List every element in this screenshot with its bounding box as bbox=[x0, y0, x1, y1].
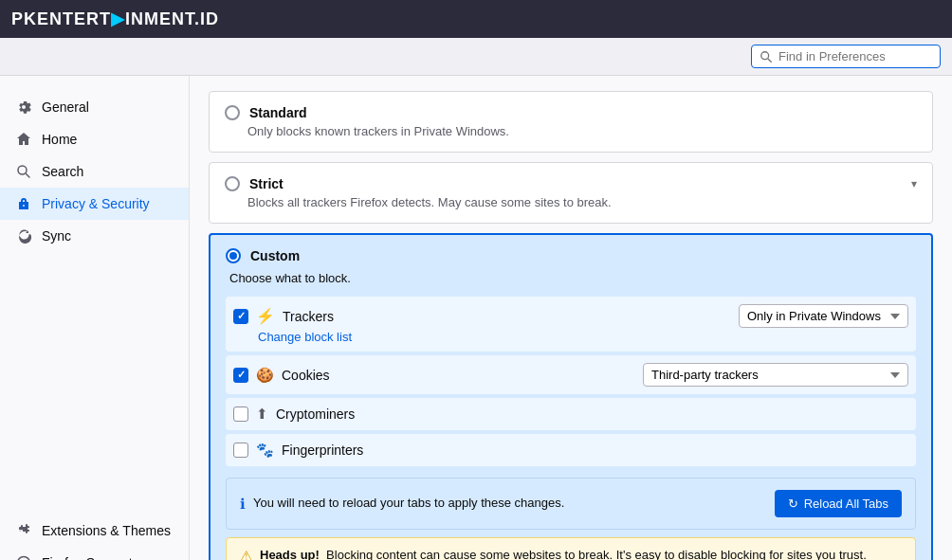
cookies-label: Cookies bbox=[282, 368, 635, 383]
reload-btn-icon: ↻ bbox=[788, 497, 798, 511]
site-logo: PKENTERT▶INMENT.ID bbox=[11, 9, 219, 29]
strict-option-title: Strict bbox=[249, 176, 284, 191]
strict-option-desc: Blocks all trackers Firefox detects. May… bbox=[247, 195, 917, 209]
heads-up-content: Heads up! Blocking content can cause som… bbox=[260, 548, 902, 560]
reload-all-tabs-button[interactable]: ↻ Reload All Tabs bbox=[775, 490, 902, 517]
sidebar-label-privacy: Privacy & Security bbox=[42, 196, 150, 211]
info-icon: ℹ bbox=[240, 496, 246, 513]
reload-notice-message: You will need to reload your tabs to app… bbox=[253, 496, 564, 510]
trackers-icon: ⚡ bbox=[256, 307, 275, 325]
header-bar bbox=[0, 38, 952, 76]
heads-up-text: Blocking content can cause some websites… bbox=[322, 548, 870, 560]
cookies-icon: 🍪 bbox=[256, 367, 274, 384]
sidebar-label-support: Firefox Support bbox=[42, 555, 133, 560]
sidebar-item-general[interactable]: General bbox=[0, 91, 189, 123]
choose-text: Choose what to block. bbox=[229, 271, 916, 285]
lock-icon bbox=[15, 195, 32, 212]
sidebar-label-general: General bbox=[42, 99, 89, 115]
standard-option-title: Standard bbox=[249, 105, 307, 120]
strict-option-header: Strict ▾ bbox=[225, 176, 917, 191]
sidebar-label-sync: Sync bbox=[42, 228, 71, 244]
custom-radio[interactable] bbox=[226, 248, 241, 263]
main-layout: General Home Search bbox=[0, 76, 952, 560]
sidebar-item-privacy[interactable]: Privacy & Security bbox=[0, 188, 189, 220]
cryptominers-icon: ⬆ bbox=[256, 406, 268, 423]
sidebar-item-sync[interactable]: Sync bbox=[0, 220, 189, 252]
standard-radio[interactable] bbox=[225, 105, 240, 120]
change-block-list-link[interactable]: Change block list bbox=[258, 330, 908, 344]
warning-icon: ⚠ bbox=[240, 548, 252, 560]
search-input[interactable] bbox=[778, 49, 932, 63]
chevron-down-icon: ▾ bbox=[911, 177, 917, 190]
reload-btn-label: Reload All Tabs bbox=[804, 497, 888, 511]
custom-option-header: Custom bbox=[226, 248, 916, 263]
home-icon bbox=[15, 131, 32, 148]
logo-bar: PKENTERT▶INMENT.ID bbox=[0, 0, 952, 38]
trackers-dropdown[interactable]: Only in Private Windows In all Windows bbox=[739, 304, 908, 328]
cryptominers-checkbox[interactable] bbox=[233, 406, 248, 422]
strict-radio[interactable] bbox=[225, 176, 240, 191]
custom-option-title: Custom bbox=[250, 248, 300, 263]
svg-point-0 bbox=[761, 51, 769, 59]
help-icon: ? bbox=[15, 554, 32, 560]
heads-up-notice: ⚠ Heads up! Blocking content can cause s… bbox=[226, 537, 916, 560]
cryptominers-label: Cryptominers bbox=[276, 406, 908, 422]
sidebar-label-search: Search bbox=[42, 164, 83, 179]
search-box[interactable] bbox=[751, 45, 941, 68]
content-area: Standard Only blocks known trackers in P… bbox=[190, 76, 952, 560]
sync-icon bbox=[15, 227, 32, 244]
sidebar-label-home: Home bbox=[42, 132, 77, 147]
sidebar-item-extensions[interactable]: Extensions & Themes bbox=[0, 515, 189, 547]
fingerprinters-icon: 🐾 bbox=[256, 442, 274, 459]
svg-line-3 bbox=[27, 174, 30, 178]
fingerprinters-checkbox[interactable] bbox=[233, 443, 248, 458]
standard-option-desc: Only blocks known trackers in Private Wi… bbox=[247, 124, 917, 138]
sidebar-item-search[interactable]: Search bbox=[0, 155, 189, 188]
strict-option-card: Strict ▾ Blocks all trackers Firefox det… bbox=[209, 162, 933, 224]
standard-option-header: Standard bbox=[225, 105, 917, 120]
trackers-checkbox[interactable] bbox=[233, 309, 248, 324]
gear-icon bbox=[15, 99, 32, 116]
sidebar-item-support[interactable]: ? Firefox Support bbox=[0, 547, 189, 560]
svg-point-2 bbox=[18, 166, 27, 174]
fingerprinters-label: Fingerprinters bbox=[282, 443, 908, 458]
cookies-dropdown[interactable]: Third-party trackers All third-party coo… bbox=[643, 363, 908, 387]
cookies-checkbox[interactable] bbox=[233, 368, 248, 383]
sidebar-item-home[interactable]: Home bbox=[0, 123, 189, 155]
reload-notice: ℹ You will need to reload your tabs to a… bbox=[226, 478, 916, 530]
custom-option-card: Custom Choose what to block. ⚡ Trackers … bbox=[209, 233, 933, 560]
trackers-label: Trackers bbox=[283, 309, 731, 324]
heads-up-title: Heads up! bbox=[260, 548, 320, 560]
standard-option-card: Standard Only blocks known trackers in P… bbox=[209, 91, 933, 153]
reload-notice-text: ℹ You will need to reload your tabs to a… bbox=[240, 496, 763, 513]
sidebar-label-extensions: Extensions & Themes bbox=[42, 523, 171, 538]
search-icon bbox=[760, 50, 773, 63]
sidebar: General Home Search bbox=[0, 76, 190, 560]
svg-line-1 bbox=[768, 59, 771, 62]
search-nav-icon bbox=[15, 163, 32, 180]
puzzle-icon bbox=[15, 522, 32, 539]
